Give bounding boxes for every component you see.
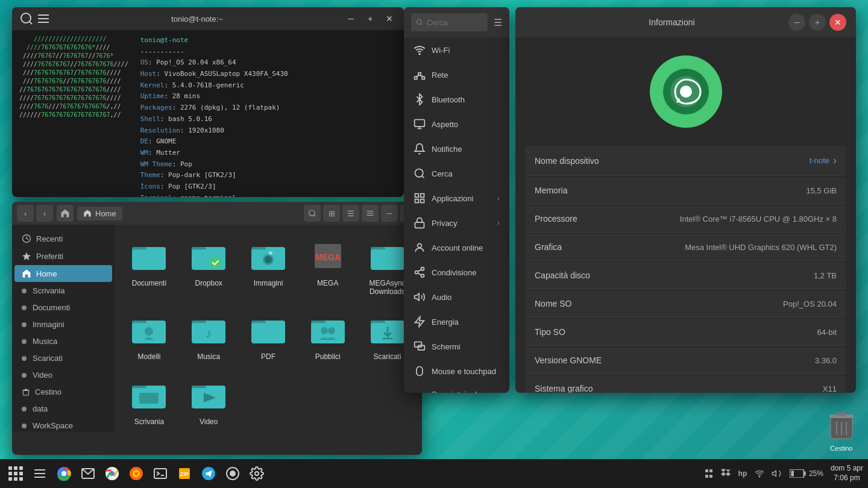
taskbar-terminal-btn[interactable] <box>149 463 171 484</box>
fm-view-btn[interactable]: ⊞ <box>323 205 340 222</box>
tray-network-icon[interactable] <box>753 468 766 480</box>
file-modelli[interactable]: Modelli <box>122 305 177 366</box>
pop-os-logo-svg <box>662 67 710 116</box>
svg-rect-100 <box>837 412 846 416</box>
settings-applicazioni[interactable]: Applicazioni › <box>406 186 507 210</box>
settings-condivisione[interactable]: Condivisione <box>406 260 507 284</box>
settings-search-bar[interactable] <box>411 13 488 31</box>
sidebar-item-preferiti[interactable]: Preferiti <box>14 248 112 264</box>
disco-value: 1,2 TB <box>814 271 837 280</box>
fm-list-btn[interactable]: ☰ <box>342 205 359 222</box>
taskbar-popsettings-btn[interactable] <box>222 463 244 484</box>
file-mega[interactable]: MEGA MEGA <box>300 232 355 301</box>
time-display: 7:06 pm <box>834 474 860 483</box>
fm-breadcrumb[interactable]: Home <box>77 207 122 221</box>
file-scrivania[interactable]: Scrivania <box>122 371 177 431</box>
sidebar-item-data[interactable]: data <box>14 401 112 417</box>
device-name-value[interactable]: t-note <box>810 154 837 167</box>
info-row-processore: Processore Intel® Core™ i7-8565U CPU @ 1… <box>525 205 846 233</box>
terminal-close-btn[interactable]: ✕ <box>382 11 397 26</box>
file-video[interactable]: Video <box>181 371 236 431</box>
settings-energia[interactable]: Energia <box>406 310 507 334</box>
file-pdf[interactable]: PDF <box>241 305 296 366</box>
sidebar-item-video[interactable]: Video <box>14 367 112 383</box>
info-minimize-btn[interactable]: ─ <box>788 14 805 31</box>
taskbar-chrome-icon <box>105 466 119 481</box>
fm-minus-btn[interactable]: ─ <box>381 205 398 222</box>
taskbar-telegram-btn[interactable] <box>198 463 219 484</box>
tray-dropbox-icon[interactable] <box>720 468 732 480</box>
sidebar-item-immagini[interactable]: Immagini <box>14 316 112 333</box>
taskbar-chrome-btn[interactable] <box>101 463 123 484</box>
svg-point-0 <box>21 13 31 23</box>
folder-icon-documenti <box>130 237 168 275</box>
settings-aspetto[interactable]: Aspetto <box>406 112 507 136</box>
tray-volume-icon[interactable] <box>770 468 782 480</box>
battery-indicator[interactable]: 25% <box>790 469 823 478</box>
sidebar-item-scrivania[interactable]: Scrivania <box>14 283 112 299</box>
svg-text:♪: ♪ <box>206 327 212 340</box>
settings-schermi[interactable]: Schermi <box>406 334 507 358</box>
tray-hp-icon[interactable]: hp <box>737 468 749 480</box>
file-musica[interactable]: ♪ Musica <box>181 305 236 366</box>
file-pubblici[interactable]: Pubblici <box>300 305 355 366</box>
svg-rect-9 <box>367 215 374 216</box>
sidebar-item-musica[interactable]: Musica <box>14 333 112 349</box>
info-maximize-btn[interactable]: + <box>809 14 826 31</box>
file-immagini[interactable]: Immagini <box>241 232 296 301</box>
settings-menu-icon[interactable]: ☰ <box>494 17 502 28</box>
terminal-search-btn[interactable] <box>19 11 34 26</box>
svg-point-118 <box>759 477 760 477</box>
sidebar-item-home[interactable]: Home <box>14 265 112 282</box>
fm-back-btn[interactable]: ‹ <box>17 205 34 222</box>
settings-wifi[interactable]: Wi-Fi <box>406 38 507 62</box>
settings-privacy[interactable]: Privacy › <box>406 211 507 235</box>
taskbar-archiver-btn[interactable]: ZIP <box>174 463 195 484</box>
settings-mouse[interactable]: Mouse e touchpad <box>406 359 507 383</box>
settings-bluetooth[interactable]: Bluetooth <box>406 87 507 111</box>
svg-text:MEGA: MEGA <box>315 252 341 262</box>
settings-search-input[interactable] <box>427 18 483 27</box>
info-close-btn[interactable]: ✕ <box>829 14 846 31</box>
settings-panel: ☰ Wi-Fi Rete Bluetooth Aspetto Notifiche <box>404 7 509 393</box>
taskbar-gnomesettings-icon <box>250 466 264 481</box>
datetime-display[interactable]: dom 5 apr 7:06 pm <box>831 464 863 483</box>
grafica-value: Mesa Intel® UHD Graphics 620 (WHL GT2) <box>685 243 837 252</box>
settings-scorciatoie[interactable]: Scorciatoie da tastiera <box>406 384 507 393</box>
taskbar-apps-btn[interactable] <box>5 463 27 484</box>
taskbar-firefox-btn[interactable] <box>125 463 147 484</box>
sidebar-item-workspace[interactable]: WorkSpace <box>14 418 112 432</box>
taskbar-mail-btn[interactable] <box>77 463 99 484</box>
fm-home-btn[interactable] <box>57 205 74 222</box>
sidebar-item-cestino[interactable]: Cestino <box>14 384 112 400</box>
taskbar-chromium-btn[interactable] <box>53 463 75 484</box>
terminal-minimize-btn[interactable]: ─ <box>344 11 358 26</box>
svg-rect-112 <box>154 469 166 478</box>
fm-forward-btn[interactable]: › <box>36 205 53 222</box>
svg-point-77 <box>421 267 424 271</box>
settings-cerca[interactable]: Cerca <box>406 161 507 186</box>
settings-rete[interactable]: Rete <box>406 63 507 87</box>
taskbar-files-btn[interactable] <box>29 463 51 484</box>
settings-notifiche[interactable]: Notifiche <box>406 137 507 161</box>
grafica-label: Grafica <box>535 242 562 252</box>
fm-menu-btn[interactable] <box>362 205 379 222</box>
tray-grid-icon[interactable] <box>703 468 715 480</box>
taskbar-gnomesettings-btn[interactable] <box>246 463 268 484</box>
file-dropbox[interactable]: Dropbox <box>181 232 236 301</box>
terminal-menu-btn[interactable] <box>36 11 51 26</box>
battery-percent: 25% <box>809 469 823 478</box>
sidebar-item-recenti[interactable]: Recenti <box>14 230 112 247</box>
file-documenti[interactable]: Documenti <box>122 232 177 301</box>
fm-search-btn[interactable] <box>304 205 321 222</box>
settings-account-online[interactable]: Account online <box>406 236 507 260</box>
sidebar-item-documenti[interactable]: Documenti <box>14 299 112 316</box>
settings-audio[interactable]: Audio <box>406 285 507 309</box>
terminal-window: tonio@t-note:~ ─ + ✕ ///////////////////… <box>12 7 404 197</box>
trash-desktop-icon[interactable]: Cestino <box>827 410 856 452</box>
svg-point-117 <box>255 472 259 475</box>
sidebar-item-scaricati[interactable]: Scaricati <box>14 350 112 366</box>
terminal-maximize-btn[interactable]: + <box>363 11 377 26</box>
folder-icon-megasync <box>368 237 407 275</box>
folder-icon-pubblici <box>309 310 347 349</box>
